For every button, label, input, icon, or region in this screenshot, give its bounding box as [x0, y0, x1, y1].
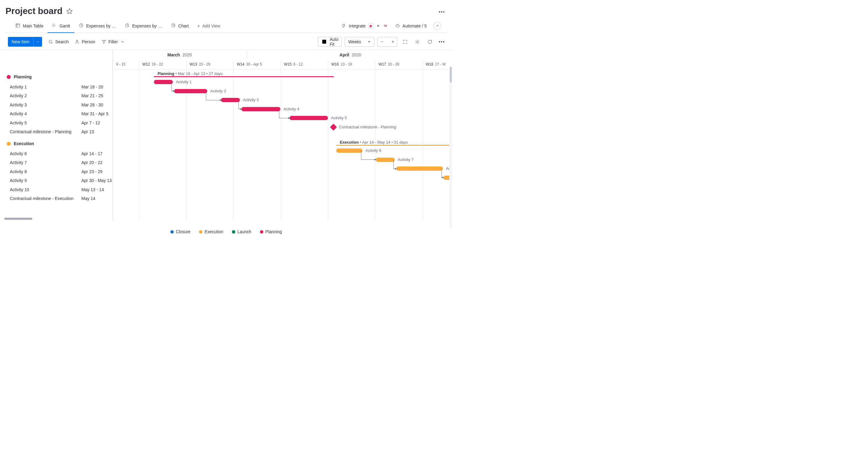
fullscreen-button[interactable] — [401, 37, 410, 46]
dependency-connector — [359, 150, 379, 161]
group-header[interactable]: Execution — [0, 140, 113, 147]
legend-item[interactable]: Launch — [232, 229, 251, 234]
svg-rect-7 — [322, 40, 326, 44]
task-name: Activity 10 — [10, 187, 82, 192]
tab-label: Expenses by … — [86, 24, 116, 28]
legend-swatch — [260, 230, 263, 234]
task-name: Activity 1 — [10, 85, 82, 89]
zoom-out-button[interactable]: − — [378, 37, 386, 46]
svg-point-6 — [76, 40, 78, 42]
legend-swatch — [199, 230, 203, 234]
legend-label: Execution — [205, 229, 223, 234]
gantt-bar[interactable] — [289, 116, 328, 120]
filter-button[interactable]: Filter — [101, 39, 125, 44]
new-item-button[interactable]: New Item — [8, 37, 42, 47]
gantt-bar[interactable] — [396, 167, 443, 171]
robot-icon — [395, 23, 400, 28]
chevron-down-icon — [367, 40, 371, 43]
task-row[interactable]: Activity 5Apr 7 - 12 — [0, 118, 113, 127]
ellipsis-icon — [439, 11, 444, 12]
page-title[interactable]: Project board — [5, 6, 62, 16]
settings-button[interactable] — [413, 37, 422, 46]
task-name: Activity 3 — [10, 102, 82, 107]
tab-label: Chart — [178, 24, 189, 28]
zoom-in-button[interactable]: + — [389, 37, 397, 46]
milestone-diamond[interactable] — [330, 123, 337, 130]
tab-view[interactable]: Expenses by … — [120, 19, 166, 33]
gantt-bar[interactable] — [336, 148, 362, 153]
collapse-header-button[interactable] — [433, 22, 441, 30]
search-label: Search — [55, 39, 69, 44]
task-row[interactable]: Activity 8Apr 23 - 29 — [0, 167, 113, 176]
tab-view[interactable]: Expenses by … — [74, 19, 120, 33]
automate-button[interactable]: Automate / 5 — [395, 23, 427, 28]
group-summary-label: Planning • Mar 18 - Apr 13 • 27 days — [158, 71, 223, 76]
timescale-select[interactable]: Weeks — [345, 37, 374, 47]
task-dates: Apr 13 — [82, 129, 113, 134]
add-view-button[interactable]: +Add View — [193, 23, 225, 28]
person-filter-button[interactable]: Person — [75, 39, 95, 44]
task-dates: May 14 — [82, 196, 113, 201]
task-row[interactable]: Activity 4Mar 31 - Apr 5 — [0, 110, 113, 119]
task-name: Contractual milestone - Execution — [10, 196, 82, 201]
group-summary-bar[interactable] — [154, 76, 334, 77]
legend-item[interactable]: Execution — [199, 229, 223, 234]
search-button[interactable]: Search — [48, 39, 69, 44]
tab-icon — [125, 23, 130, 29]
board-more-menu[interactable] — [437, 7, 446, 15]
group-header[interactable]: Planning — [0, 73, 113, 81]
dependency-connector — [277, 109, 293, 120]
legend-item[interactable]: Closure — [170, 229, 190, 234]
week-label: W1323 - 29 — [186, 60, 213, 69]
integration-apps: ◉ ⌗ M — [368, 23, 388, 29]
star-icon[interactable] — [66, 8, 73, 14]
dependency-connector — [204, 91, 225, 102]
legend-label: Planning — [266, 229, 282, 234]
task-name: Contractual milestone - Planning — [10, 129, 82, 134]
task-row[interactable]: Activity 3Mar 28 - 30 — [0, 100, 113, 110]
person-label: Person — [82, 39, 95, 44]
task-row[interactable]: Activity 6Apr 14 - 17 — [0, 149, 113, 158]
task-row[interactable]: Contractual milestone - PlanningApr 13 — [0, 127, 113, 137]
group-summary-bar[interactable] — [336, 145, 452, 146]
task-row[interactable]: Contractual milestone - ExecutionMay 14 — [0, 194, 113, 203]
integrate-button[interactable]: Integrate ◉ ⌗ M — [341, 23, 388, 29]
task-row[interactable]: Activity 10May 13 - 14 — [0, 185, 113, 194]
gantt-bar[interactable] — [174, 89, 207, 93]
auto-fit-button[interactable]: Auto Fit — [318, 37, 342, 47]
comment-button[interactable] — [425, 37, 434, 46]
tab-view[interactable]: Gantt — [48, 19, 74, 33]
tab-view[interactable]: Chart — [166, 19, 193, 33]
task-row[interactable]: Activity 2Mar 21 - 25 — [0, 91, 113, 100]
task-row[interactable]: Activity 1Mar 18 - 20 — [0, 82, 113, 91]
task-name: Activity 9 — [10, 178, 82, 183]
sidebar-scrollbar[interactable] — [4, 218, 32, 220]
gantt-bar[interactable] — [241, 107, 280, 111]
more-actions-button[interactable] — [437, 37, 446, 46]
plug-icon — [341, 23, 346, 28]
vertical-scrollbar[interactable] — [449, 67, 452, 228]
task-row[interactable]: Activity 7Apr 20 - 22 — [0, 158, 113, 167]
task-dates: May 13 - 14 — [82, 187, 113, 192]
timescale-selected: Weeks — [348, 39, 361, 44]
board-toolbar: New Item Search Person Filter Auto Fit W… — [0, 33, 452, 50]
gantt-bar-label: Activity 3 — [243, 97, 259, 102]
new-item-dropdown[interactable] — [33, 37, 42, 47]
legend: ClosureExecutionLaunchPlanning — [0, 228, 452, 236]
task-dates: Mar 18 - 20 — [82, 85, 113, 89]
person-icon — [75, 39, 80, 44]
legend-item[interactable]: Planning — [260, 229, 282, 234]
task-name: Activity 6 — [10, 151, 82, 156]
dependency-connector — [170, 81, 178, 93]
svg-rect-0 — [16, 24, 20, 27]
task-name: Activity 7 — [10, 160, 82, 165]
tab-view[interactable]: Main Table — [11, 19, 48, 33]
task-row[interactable]: Activity 9Apr 30 - May 13 — [0, 176, 113, 185]
tab-icon — [79, 23, 84, 29]
group-name: Execution — [14, 141, 34, 146]
chevron-up-icon — [435, 23, 440, 28]
gantt-timeline[interactable]: March 2020April 2020 9 - 15W1216 - 22W13… — [113, 50, 452, 220]
milestone-label: Contractual milestone - Planning — [339, 125, 396, 129]
week-label: W1216 - 22 — [139, 60, 166, 69]
group-name: Planning — [14, 75, 32, 79]
